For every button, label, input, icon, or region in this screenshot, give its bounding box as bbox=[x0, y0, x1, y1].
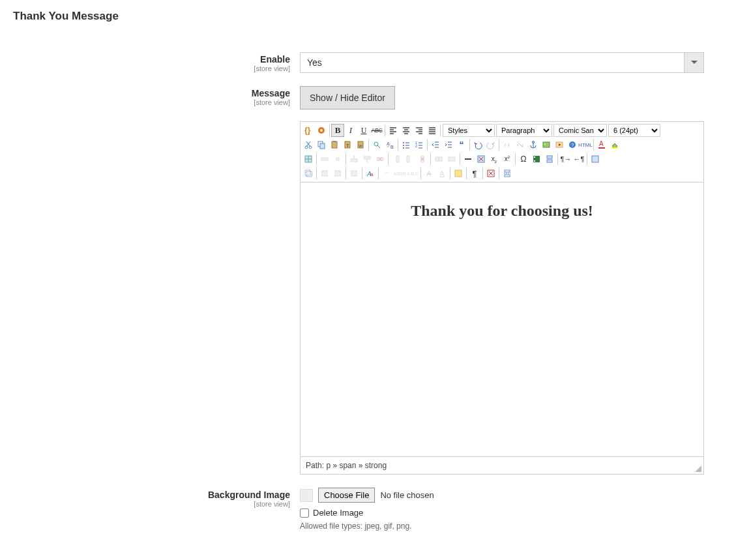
insert-row-before-icon[interactable] bbox=[347, 153, 361, 166]
media-icon[interactable] bbox=[553, 138, 566, 151]
delete-row-icon[interactable] bbox=[374, 153, 387, 166]
insert-col-before-icon[interactable] bbox=[390, 153, 403, 166]
cell-props-icon[interactable] bbox=[331, 153, 344, 166]
enable-select[interactable]: Yes bbox=[300, 52, 704, 73]
table-icon[interactable] bbox=[302, 153, 315, 166]
form-row-enable: Enable [store view] Yes bbox=[13, 52, 723, 73]
align-justify-icon[interactable] bbox=[426, 124, 439, 137]
underline-icon[interactable]: U bbox=[357, 124, 370, 137]
section-title: Thank You Message bbox=[13, 10, 723, 23]
svg-rect-40 bbox=[449, 157, 455, 161]
merge-cell-icon[interactable] bbox=[445, 153, 458, 166]
align-left-icon[interactable] bbox=[387, 124, 400, 137]
message-scope: [store view] bbox=[13, 98, 290, 106]
toggle-editor-button[interactable]: Show / Hide Editor bbox=[300, 86, 395, 110]
row-props-icon[interactable] bbox=[318, 153, 331, 166]
align-center-icon[interactable] bbox=[400, 124, 413, 137]
layer-forward-icon[interactable] bbox=[318, 167, 331, 180]
layer-icon[interactable] bbox=[302, 167, 315, 180]
layer-back-icon[interactable] bbox=[331, 167, 344, 180]
insert-widget-icon[interactable]: {} bbox=[302, 124, 315, 137]
redo-icon[interactable] bbox=[484, 138, 497, 151]
undo-icon[interactable] bbox=[471, 138, 484, 151]
style-props-icon[interactable]: Aa bbox=[364, 167, 377, 180]
copy-icon[interactable] bbox=[315, 138, 328, 151]
replace-icon[interactable]: AB bbox=[383, 138, 396, 151]
svg-point-17 bbox=[403, 145, 404, 146]
editor-path-value[interactable]: p » span » strong bbox=[326, 461, 387, 470]
svg-text:2: 2 bbox=[415, 144, 417, 148]
abbr-icon[interactable]: ABBR bbox=[393, 167, 406, 180]
image-icon[interactable] bbox=[540, 138, 553, 151]
wysiwyg-editor: {} B I U ABC Styles Paragraph Comic Sans… bbox=[300, 121, 704, 475]
help-icon[interactable]: ? bbox=[566, 138, 579, 151]
outdent-icon[interactable] bbox=[429, 138, 442, 151]
del-icon[interactable]: A bbox=[422, 167, 435, 180]
insert-row-after-icon[interactable] bbox=[361, 153, 374, 166]
svg-rect-55 bbox=[455, 170, 462, 177]
insert-col-after-icon[interactable] bbox=[403, 153, 416, 166]
styles-select[interactable]: Styles bbox=[443, 124, 495, 137]
chevron-down-icon[interactable] bbox=[684, 52, 704, 73]
blockquote-icon[interactable]: “ bbox=[455, 138, 468, 151]
hr-icon[interactable] bbox=[462, 153, 475, 166]
html-icon[interactable]: HTML bbox=[579, 138, 592, 151]
delete-image-checkbox[interactable] bbox=[300, 508, 309, 518]
svg-point-2 bbox=[320, 129, 323, 132]
attributes-icon[interactable] bbox=[452, 167, 465, 180]
svg-rect-29 bbox=[611, 147, 618, 149]
cut-icon[interactable] bbox=[302, 138, 315, 151]
page-break-icon[interactable] bbox=[543, 153, 556, 166]
svg-rect-6 bbox=[320, 143, 325, 149]
editor-path-label: Path: bbox=[306, 461, 324, 470]
italic-icon[interactable]: I bbox=[344, 124, 357, 137]
svg-rect-51 bbox=[335, 171, 340, 176]
svg-rect-32 bbox=[336, 158, 339, 160]
pagebreak2-icon[interactable] bbox=[501, 167, 514, 180]
remove-format-icon[interactable] bbox=[475, 153, 488, 166]
link-icon[interactable] bbox=[501, 138, 514, 151]
text-color-icon[interactable]: A bbox=[595, 138, 608, 151]
editor-content-area[interactable]: Thank you for choosing us! bbox=[301, 183, 703, 456]
svg-rect-49 bbox=[306, 171, 312, 177]
superscript-icon[interactable]: x2 bbox=[501, 153, 514, 166]
editor-path-bar: Path: p » span » strong bbox=[301, 456, 703, 474]
bullet-list-icon[interactable] bbox=[400, 138, 413, 151]
anchor-icon[interactable] bbox=[527, 138, 540, 151]
subscript-icon[interactable]: x2 bbox=[488, 153, 501, 166]
paste-text-icon[interactable]: T bbox=[341, 138, 354, 151]
rtl-icon[interactable]: ←¶ bbox=[572, 153, 585, 166]
visualchars-icon[interactable]: ¶ bbox=[468, 167, 481, 180]
resize-grip-icon[interactable] bbox=[694, 465, 702, 473]
ins-icon[interactable]: A bbox=[435, 167, 449, 180]
ltr-icon[interactable]: ¶→ bbox=[559, 153, 572, 166]
paste-icon[interactable] bbox=[328, 138, 341, 151]
fullscreen-icon[interactable] bbox=[589, 153, 602, 166]
delete-image-row[interactable]: Delete Image bbox=[300, 508, 704, 518]
svg-text:T: T bbox=[346, 143, 349, 148]
number-list-icon[interactable]: 12 bbox=[413, 138, 426, 151]
enable-select-value[interactable]: Yes bbox=[300, 52, 684, 73]
format-select[interactable]: Paragraph bbox=[496, 124, 552, 137]
find-icon[interactable] bbox=[370, 138, 383, 151]
delete-col-icon[interactable] bbox=[416, 153, 429, 166]
indent-icon[interactable] bbox=[442, 138, 455, 151]
bg-color-icon[interactable] bbox=[608, 138, 621, 151]
special-char-icon[interactable]: Ω bbox=[517, 153, 530, 166]
paste-word-icon[interactable]: W bbox=[354, 138, 367, 151]
acronym-icon[interactable]: A.B.C bbox=[406, 167, 419, 180]
bold-icon[interactable]: B bbox=[331, 124, 344, 137]
strike-icon[interactable]: ABC bbox=[370, 124, 383, 137]
unlink-icon[interactable] bbox=[514, 138, 527, 151]
align-right-icon[interactable] bbox=[413, 124, 426, 137]
layer-abs-icon[interactable] bbox=[347, 167, 361, 180]
size-select[interactable]: 6 (24pt) bbox=[608, 124, 660, 137]
message-label: Message bbox=[13, 88, 290, 98]
split-cell-icon[interactable] bbox=[432, 153, 445, 166]
nonbreaking-icon[interactable] bbox=[484, 167, 497, 180]
cite-icon[interactable]: “” bbox=[380, 167, 393, 180]
font-select[interactable]: Comic Sans MS bbox=[553, 124, 607, 137]
choose-file-button[interactable]: Choose File bbox=[318, 488, 375, 503]
embed-media-icon[interactable] bbox=[530, 153, 543, 166]
insert-variable-icon[interactable] bbox=[315, 124, 328, 137]
